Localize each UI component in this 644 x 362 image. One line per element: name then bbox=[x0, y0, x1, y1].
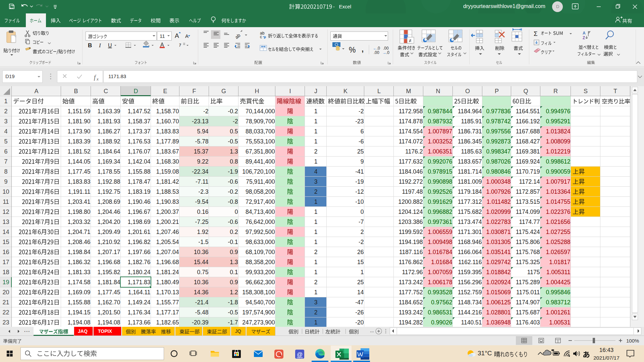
svg-text:ｱ: ｱ bbox=[179, 43, 181, 48]
svg-text:menu: menu bbox=[297, 356, 303, 359]
svg-text:,: , bbox=[362, 45, 364, 53]
svg-text:U: U bbox=[108, 43, 112, 48]
svg-text:x: x bbox=[96, 76, 99, 81]
svg-text:%: % bbox=[349, 46, 356, 54]
svg-text:A: A bbox=[175, 32, 179, 39]
svg-text:B: B bbox=[88, 42, 92, 49]
svg-text:A: A bbox=[583, 31, 586, 36]
svg-text:f: f bbox=[94, 74, 97, 81]
svg-text:.00: .00 bbox=[383, 46, 389, 51]
svg-text:ab: ab bbox=[234, 33, 241, 40]
svg-text:A: A bbox=[160, 42, 164, 48]
svg-text:A: A bbox=[185, 33, 189, 39]
svg-text:.0: .0 bbox=[386, 50, 389, 55]
svg-text:Z: Z bbox=[583, 36, 585, 40]
svg-text:Σ: Σ bbox=[534, 30, 538, 37]
svg-text:.0: .0 bbox=[377, 46, 380, 51]
svg-text:I: I bbox=[99, 42, 101, 49]
svg-text:.00: .00 bbox=[374, 50, 379, 55]
svg-text:c: c bbox=[260, 35, 262, 39]
svg-text:≠: ≠ bbox=[409, 38, 412, 43]
